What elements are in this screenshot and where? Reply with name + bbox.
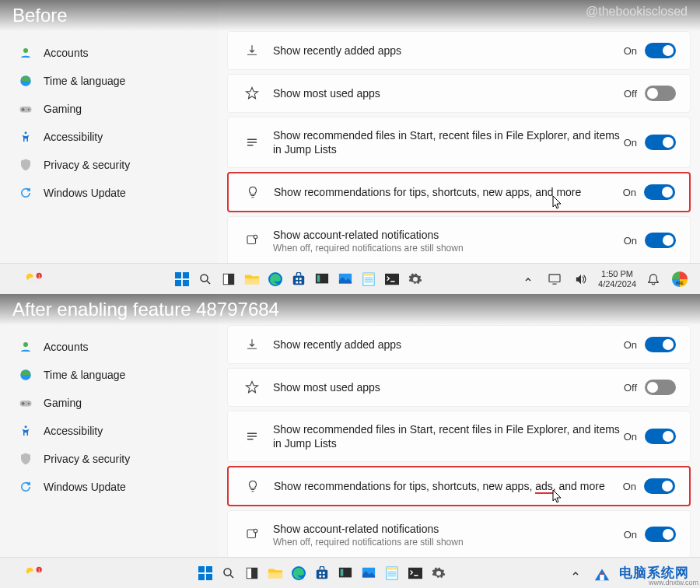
taskbar[interactable]: 1 1:50 PM 4/24/2024 PRE	[0, 263, 700, 294]
setting-text: Show most used apps	[273, 86, 624, 100]
svg-rect-62	[323, 575, 325, 577]
clock[interactable]: 1:50 PM 4/24/2024	[598, 269, 636, 288]
task-icon[interactable]	[219, 270, 238, 289]
setting-title: Show most used apps	[273, 380, 624, 394]
accessibility-icon	[19, 130, 33, 144]
search-icon[interactable]	[219, 564, 238, 583]
setting-text: Show account-related notifications When …	[273, 522, 624, 547]
weather-icon[interactable]: 1	[23, 564, 42, 583]
note-icon[interactable]	[359, 270, 378, 289]
store-icon[interactable]	[289, 270, 308, 289]
gear-icon[interactable]	[429, 564, 448, 583]
setting-card[interactable]: Show most used apps Off	[227, 368, 691, 407]
svg-rect-60	[323, 572, 325, 574]
toggle-switch[interactable]	[645, 527, 676, 542]
accounts-icon	[19, 340, 33, 354]
sidebar-item-label: Gaming	[44, 397, 82, 409]
toggle-switch[interactable]	[645, 380, 676, 395]
star-icon	[242, 86, 262, 100]
setting-card[interactable]: Show recommendations for tips, shortcuts…	[227, 172, 691, 212]
pic-icon[interactable]	[359, 564, 378, 583]
toggle-switch[interactable]	[644, 478, 675, 494]
setting-subtitle: When off, required notifications are sti…	[273, 243, 624, 254]
toggle-switch[interactable]	[645, 43, 676, 58]
svg-rect-25	[296, 281, 298, 283]
taskbar[interactable]: 1 电脑系统网	[0, 557, 700, 588]
svg-rect-20	[244, 278, 258, 284]
edge-icon[interactable]	[289, 564, 308, 583]
sidebar-item-gaming[interactable]: Gaming	[8, 95, 210, 123]
sidebar-item-time[interactable]: Time & language	[8, 361, 210, 389]
setting-card[interactable]: Show recently added apps On	[227, 325, 691, 364]
weather-icon[interactable]: 1	[23, 270, 42, 289]
svg-rect-26	[299, 281, 301, 283]
sidebar-item-gaming[interactable]: Gaming	[8, 389, 210, 417]
explorer-icon[interactable]	[243, 270, 261, 289]
sidebar-item-accessibility[interactable]: Accessibility	[8, 417, 210, 445]
toggle-switch[interactable]	[645, 429, 676, 444]
edge-icon[interactable]	[266, 270, 285, 289]
svg-rect-55	[247, 568, 251, 578]
sidebar-item-label: Privacy & security	[44, 159, 130, 171]
watermark: www.dnxtw.com	[649, 579, 698, 586]
taskbar-left: 1	[0, 270, 78, 289]
cmd-icon[interactable]	[383, 270, 401, 289]
setting-title: Show recommended files in Start, recent …	[273, 422, 624, 450]
svg-rect-31	[362, 273, 373, 276]
svg-rect-61	[319, 575, 321, 577]
pic-icon[interactable]	[336, 270, 355, 289]
explorer-icon[interactable]	[266, 564, 285, 583]
sidebar-item-label: Windows Update	[44, 187, 126, 199]
tray-chevron-icon[interactable]	[566, 564, 585, 583]
setting-card[interactable]: Show most used apps Off	[227, 74, 691, 113]
start-icon[interactable]	[173, 270, 191, 289]
setting-card[interactable]: Show recommended files in Start, recent …	[227, 411, 691, 462]
svg-point-44	[254, 530, 257, 534]
setting-title: Show recently added apps	[273, 44, 624, 58]
note-icon[interactable]	[383, 564, 401, 583]
sidebar-item-accounts[interactable]: Accounts	[8, 39, 210, 67]
taskbar-center	[78, 270, 519, 289]
tray-chevron-icon[interactable]	[519, 270, 537, 289]
bell-icon[interactable]	[644, 270, 663, 289]
sidebar-item-label: Accounts	[44, 341, 89, 353]
mouse-cursor	[552, 489, 563, 503]
setting-card[interactable]: Show recommendations for tips, shortcuts…	[227, 466, 691, 506]
task-icon[interactable]	[243, 564, 261, 583]
dark1-icon[interactable]	[313, 270, 331, 289]
sidebar-item-privacy[interactable]: Privacy & security	[8, 151, 210, 179]
toggle-switch[interactable]	[644, 184, 675, 200]
sidebar-item-accounts[interactable]: Accounts	[8, 333, 210, 361]
toggle-switch[interactable]	[645, 337, 676, 352]
sidebar: Accounts Time & language Gaming Accessib…	[0, 0, 218, 294]
setting-card[interactable]: Show account-related notifications When …	[227, 510, 691, 558]
sidebar-item-time[interactable]: Time & language	[8, 67, 210, 95]
store-icon[interactable]	[313, 564, 331, 583]
volume-icon[interactable]	[572, 270, 590, 289]
pre-icon[interactable]: PRE	[670, 270, 689, 289]
setting-card[interactable]: Show recommended files in Start, recent …	[227, 117, 691, 168]
search-icon[interactable]	[196, 270, 215, 289]
sidebar-item-update[interactable]: Windows Update	[8, 179, 210, 207]
toggle-switch[interactable]	[645, 233, 676, 248]
sidebar-item-update[interactable]: Windows Update	[8, 473, 210, 501]
svg-rect-56	[268, 572, 282, 578]
setting-card[interactable]: Show recently added apps On	[227, 31, 691, 70]
monitor-icon[interactable]	[545, 270, 564, 289]
after-label: After enabling feature 48797684	[12, 299, 279, 320]
toggle-switch[interactable]	[645, 86, 676, 101]
svg-point-8	[254, 236, 257, 240]
sidebar-item-privacy[interactable]: Privacy & security	[8, 445, 210, 473]
before-label: Before	[12, 5, 68, 26]
gaming-icon	[19, 102, 33, 116]
sidebar-item-accessibility[interactable]: Accessibility	[8, 123, 210, 151]
sidebar-item-label: Accessibility	[44, 131, 103, 143]
svg-point-39	[28, 403, 30, 404]
cmd-icon[interactable]	[406, 564, 425, 583]
gear-icon[interactable]	[406, 270, 425, 289]
toggle-switch[interactable]	[645, 135, 676, 150]
setting-card[interactable]: Show account-related notifications When …	[227, 216, 691, 264]
dark1-icon[interactable]	[336, 564, 355, 583]
start-icon[interactable]	[196, 564, 215, 583]
svg-rect-49	[198, 566, 205, 572]
